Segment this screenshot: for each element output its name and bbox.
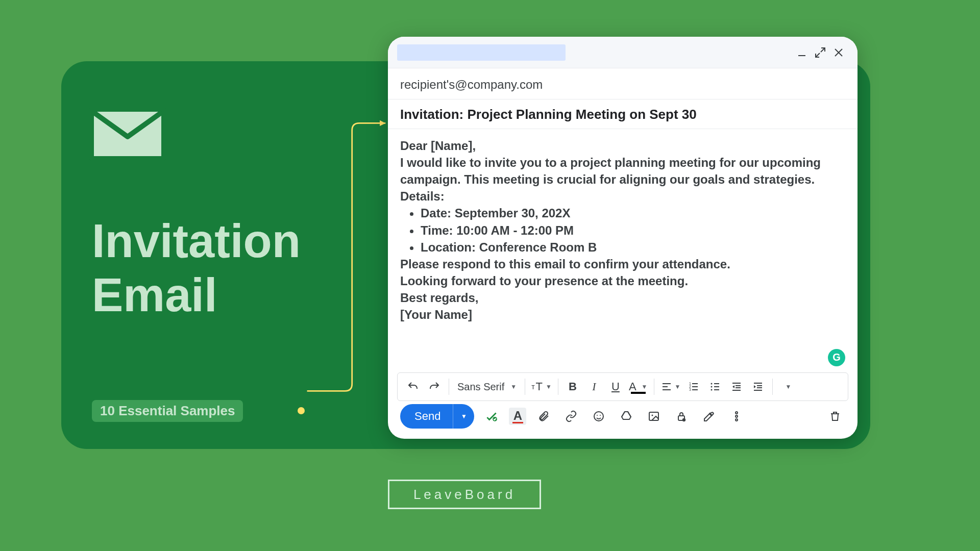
svg-text:3: 3 <box>689 388 691 391</box>
svg-point-31 <box>594 412 603 421</box>
connector-dot <box>298 407 305 414</box>
svg-point-16 <box>711 389 713 391</box>
detail-item: Time: 10:00 AM - 12:00 PM <box>421 222 845 239</box>
compose-window: recipient's@company.com Invitation: Proj… <box>388 37 857 439</box>
indent-increase-button[interactable] <box>748 377 768 397</box>
insert-link-button[interactable] <box>561 406 581 427</box>
confidential-mode-button[interactable] <box>671 406 692 427</box>
title-chip <box>397 44 566 61</box>
email-body[interactable]: Dear [Name], I would like to invite you … <box>388 129 857 372</box>
body-details-list: Date: September 30, 202X Time: 10:00 AM … <box>421 205 845 255</box>
chevron-down-icon: ▼ <box>785 383 791 390</box>
detail-item: Date: September 30, 202X <box>421 205 845 221</box>
brand-badge: LeaveBoard <box>388 480 541 509</box>
svg-marker-24 <box>732 385 734 388</box>
more-formatting-dropdown[interactable]: ▼ <box>777 377 797 397</box>
grammarly-icon[interactable]: G <box>828 349 845 366</box>
send-button[interactable]: Send <box>400 404 453 429</box>
underline-button[interactable]: U <box>605 377 626 397</box>
compose-bottom-toolbar: Send ▼ A <box>388 401 857 439</box>
chevron-down-icon: ▼ <box>546 383 552 390</box>
svg-marker-29 <box>754 385 756 388</box>
detail-item: Location: Conference Room B <box>421 239 845 256</box>
redo-button[interactable] <box>424 377 445 397</box>
svg-rect-34 <box>649 412 658 420</box>
svg-point-37 <box>682 418 685 421</box>
spellcheck-icon[interactable] <box>481 406 502 427</box>
insert-emoji-button[interactable] <box>589 406 609 427</box>
expand-button[interactable] <box>814 46 827 59</box>
numbered-list-button[interactable]: 123 <box>683 377 704 397</box>
chevron-down-icon: ▼ <box>461 413 467 420</box>
page-title: Invitation Email <box>92 214 301 322</box>
body-signature: [Your Name] <box>400 306 845 323</box>
insert-signature-button[interactable] <box>699 406 719 427</box>
attach-file-button[interactable] <box>533 406 554 427</box>
text-format-button[interactable]: A <box>509 408 526 425</box>
title-line-2: Email <box>92 268 301 322</box>
body-details-label: Details: <box>400 188 845 205</box>
subject-field[interactable]: Invitation: Project Planning Meeting on … <box>388 99 857 129</box>
chevron-down-icon: ▼ <box>675 383 681 390</box>
recipient-field[interactable]: recipient's@company.com <box>388 68 857 99</box>
chevron-down-icon: ▼ <box>642 383 648 390</box>
svg-point-38 <box>736 412 738 414</box>
send-options-dropdown[interactable]: ▼ <box>453 404 474 429</box>
compose-titlebar <box>388 37 857 68</box>
chevron-down-icon: ▼ <box>510 383 517 390</box>
font-label: Sans Serif <box>457 381 504 393</box>
undo-button[interactable] <box>403 377 423 397</box>
discard-draft-button[interactable] <box>825 406 845 427</box>
svg-point-14 <box>711 383 713 385</box>
svg-point-15 <box>711 386 713 388</box>
svg-point-40 <box>736 419 738 421</box>
more-options-button[interactable] <box>726 406 747 427</box>
svg-point-32 <box>597 415 598 416</box>
close-button[interactable] <box>832 46 845 59</box>
body-greeting: Dear [Name], <box>400 137 845 154</box>
send-button-group: Send ▼ <box>400 404 474 429</box>
body-intro: I would like to invite you to a project … <box>400 154 845 188</box>
text-color-dropdown[interactable]: A▼ <box>627 377 650 397</box>
format-toolbar: Sans Serif ▼ тT ▼ B I U A▼ ▼ 123 <box>397 372 848 401</box>
samples-badge: 10 Essential Samples <box>92 400 243 422</box>
italic-button[interactable]: I <box>584 377 604 397</box>
body-closing-1: Looking forward to your presence at the … <box>400 272 845 289</box>
svg-point-39 <box>736 415 738 417</box>
title-line-1: Invitation <box>92 214 301 268</box>
bold-button[interactable]: B <box>562 377 583 397</box>
envelope-icon <box>89 107 166 161</box>
svg-point-35 <box>652 415 653 416</box>
insert-image-button[interactable] <box>644 406 664 427</box>
align-dropdown[interactable]: ▼ <box>658 377 683 397</box>
indent-decrease-button[interactable] <box>726 377 747 397</box>
svg-point-33 <box>600 415 601 416</box>
body-rsvp: Please respond to this email to confirm … <box>400 256 845 272</box>
font-family-dropdown[interactable]: Sans Serif ▼ <box>453 377 521 397</box>
body-closing-2: Best regards, <box>400 289 845 306</box>
minimize-button[interactable] <box>795 46 808 59</box>
insert-drive-button[interactable] <box>616 406 636 427</box>
font-size-dropdown[interactable]: тT ▼ <box>529 377 554 397</box>
window-controls <box>795 46 845 59</box>
bullet-list-button[interactable] <box>705 377 725 397</box>
